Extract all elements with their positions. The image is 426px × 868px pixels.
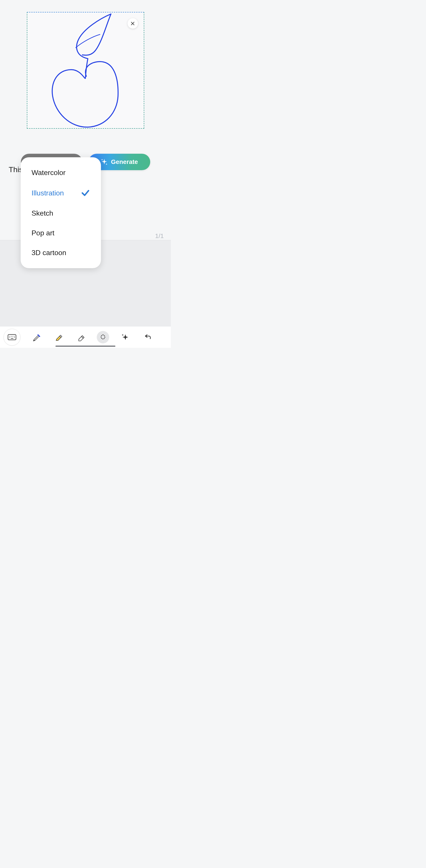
keyboard-icon xyxy=(7,334,17,341)
style-option-illustration[interactable]: Illustration xyxy=(21,183,101,204)
svg-point-5 xyxy=(9,337,10,338)
option-label: Watercolor xyxy=(31,168,66,177)
option-label: Sketch xyxy=(31,209,53,217)
svg-point-4 xyxy=(14,336,15,337)
check-icon xyxy=(81,188,90,198)
close-button[interactable] xyxy=(128,18,138,29)
close-icon xyxy=(130,21,135,26)
generate-label: Generate xyxy=(111,158,138,165)
home-indicator xyxy=(56,346,115,347)
pen-button[interactable] xyxy=(30,331,42,343)
eraser-button[interactable] xyxy=(74,331,87,343)
pen-icon xyxy=(32,333,40,341)
selection-box[interactable] xyxy=(27,12,144,129)
style-option-watercolor[interactable]: Watercolor xyxy=(21,163,101,183)
ai-sparkle-button[interactable] xyxy=(119,331,131,343)
lasso-button[interactable] xyxy=(97,331,109,343)
svg-rect-0 xyxy=(8,335,16,340)
svg-point-6 xyxy=(14,337,15,338)
apple-sketch-drawing xyxy=(27,12,144,128)
sparkle-icon xyxy=(101,158,108,165)
svg-rect-7 xyxy=(11,338,13,339)
page-counter: 1/1 xyxy=(155,232,164,240)
drawing-toolbar xyxy=(0,327,171,348)
undo-icon xyxy=(143,333,152,341)
undo-button[interactable] xyxy=(141,331,154,343)
canvas-area[interactable] xyxy=(0,0,171,129)
style-option-sketch[interactable]: Sketch xyxy=(21,204,101,223)
option-label: 3D cartoon xyxy=(31,249,66,257)
sparkle-icon xyxy=(121,333,129,341)
option-label: Pop art xyxy=(31,229,54,237)
svg-point-1 xyxy=(9,336,10,337)
highlighter-icon xyxy=(54,333,63,341)
keyboard-button[interactable] xyxy=(4,329,21,346)
lasso-icon xyxy=(99,333,107,341)
style-dropdown[interactable]: Watercolor Illustration Sketch Pop art 3… xyxy=(21,157,101,268)
option-label: Illustration xyxy=(31,189,64,197)
svg-point-3 xyxy=(13,336,13,337)
style-option-3dcartoon[interactable]: 3D cartoon xyxy=(21,243,101,262)
svg-point-2 xyxy=(11,336,12,337)
style-option-popart[interactable]: Pop art xyxy=(21,223,101,243)
highlighter-button[interactable] xyxy=(52,331,65,343)
eraser-icon xyxy=(77,333,85,341)
